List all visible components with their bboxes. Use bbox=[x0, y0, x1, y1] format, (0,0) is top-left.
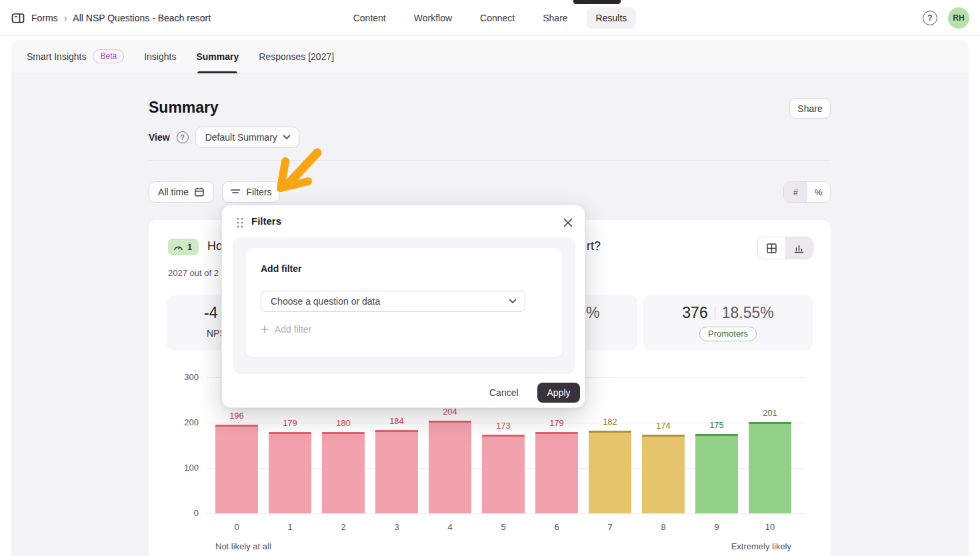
view-label: View bbox=[149, 132, 170, 143]
x-axis-tick-label: 3 bbox=[377, 522, 417, 532]
bar-score-5 bbox=[482, 435, 525, 513]
bar-value-label: 184 bbox=[377, 416, 417, 426]
question-select[interactable]: Choose a question or data bbox=[261, 291, 525, 312]
nav-content[interactable]: Content bbox=[344, 7, 395, 29]
main-nav: Content Workflow Connect Share Results bbox=[0, 0, 980, 36]
section-divider bbox=[149, 160, 831, 161]
x-axis-tick-label: 1 bbox=[270, 522, 310, 532]
axis-label-right: Extremely likely bbox=[658, 541, 791, 551]
x-axis-tick-label: 6 bbox=[537, 522, 577, 532]
bar-score-6 bbox=[535, 432, 578, 513]
chevron-down-icon bbox=[283, 135, 291, 140]
gridline bbox=[207, 513, 805, 514]
chevron-down-icon bbox=[509, 299, 517, 304]
nav-share[interactable]: Share bbox=[533, 7, 577, 29]
tab-responses-label: Responses [2027] bbox=[259, 51, 334, 62]
filter-icon bbox=[230, 187, 241, 197]
tab-smart-insights[interactable]: Smart Insights Beta bbox=[27, 40, 124, 73]
count-toggle[interactable]: # bbox=[784, 182, 807, 202]
modal-title: Filters bbox=[251, 215, 281, 227]
tab-summary-label: Summary bbox=[196, 51, 239, 62]
bar-value-label: 201 bbox=[750, 408, 790, 418]
x-axis-tick-label: 10 bbox=[750, 522, 790, 532]
y-axis-tick-label: 0 bbox=[168, 508, 199, 518]
unit-toggle: # % bbox=[783, 181, 831, 203]
close-icon[interactable] bbox=[559, 213, 577, 232]
plus-icon bbox=[261, 325, 269, 333]
view-help-icon[interactable]: ? bbox=[177, 131, 189, 143]
add-filter-link[interactable]: Add filter bbox=[261, 324, 311, 335]
nav-results[interactable]: Results bbox=[587, 7, 637, 29]
date-range-label: All time bbox=[158, 187, 189, 197]
view-select-value: Default Summary bbox=[205, 132, 277, 143]
tab-summary[interactable]: Summary bbox=[196, 40, 239, 73]
x-axis-tick-label: 4 bbox=[430, 522, 470, 532]
bar-value-label: 179 bbox=[270, 418, 310, 428]
page-title: Summary bbox=[149, 99, 219, 117]
bar-value-label: 174 bbox=[643, 421, 683, 431]
tab-responses[interactable]: Responses [2027] bbox=[259, 40, 334, 73]
nav-workflow[interactable]: Workflow bbox=[405, 7, 461, 29]
bar-score-2 bbox=[322, 432, 365, 513]
apply-button[interactable]: Apply bbox=[537, 383, 580, 403]
results-tabs: Smart Insights Beta Insights Summary Res… bbox=[11, 40, 969, 73]
x-axis-tick-label: 5 bbox=[483, 522, 523, 532]
modal-body: Add filter Choose a question or data Add… bbox=[233, 237, 575, 374]
question-select-placeholder: Choose a question or data bbox=[271, 296, 380, 307]
beta-badge: Beta bbox=[93, 49, 124, 63]
y-axis-tick-label: 300 bbox=[168, 372, 199, 382]
cancel-button[interactable]: Cancel bbox=[489, 387, 519, 398]
bar-value-label: 173 bbox=[483, 421, 523, 431]
topbar-actions: ? RH bbox=[923, 0, 969, 36]
bar-value-label: 179 bbox=[537, 418, 577, 428]
x-axis-tick-label: 8 bbox=[643, 522, 683, 532]
tab-insights[interactable]: Insights bbox=[144, 40, 176, 73]
filters-button[interactable]: Filters bbox=[222, 181, 280, 203]
bar-score-4 bbox=[429, 421, 471, 513]
topbar: Forms › All NSP Questions - Beach resort… bbox=[0, 0, 980, 36]
bar-score-3 bbox=[375, 430, 418, 513]
tab-insights-label: Insights bbox=[144, 51, 176, 62]
bar-score-0 bbox=[215, 425, 258, 513]
add-filter-card: Add filter Choose a question or data Add… bbox=[246, 248, 562, 357]
drag-handle-icon[interactable] bbox=[235, 217, 245, 229]
axis-label-left: Not likely at all bbox=[215, 541, 271, 551]
help-icon[interactable]: ? bbox=[923, 11, 937, 25]
bar-value-label: 180 bbox=[323, 418, 363, 428]
bar-score-1 bbox=[269, 432, 311, 513]
y-axis-tick-label: 200 bbox=[168, 417, 199, 427]
x-axis-tick-label: 7 bbox=[590, 522, 630, 532]
app-window: Forms › All NSP Questions - Beach resort… bbox=[0, 0, 980, 556]
bar-value-label: 204 bbox=[430, 407, 470, 417]
view-row: View ? Default Summary bbox=[149, 127, 299, 148]
add-filter-heading: Add filter bbox=[261, 263, 301, 274]
avatar[interactable]: RH bbox=[948, 7, 969, 29]
tab-smart-insights-label: Smart Insights bbox=[27, 51, 86, 62]
nav-connect[interactable]: Connect bbox=[471, 7, 524, 29]
calendar-icon bbox=[194, 187, 205, 197]
percent-toggle[interactable]: % bbox=[807, 182, 831, 202]
bar-score-10 bbox=[749, 422, 791, 513]
add-filter-link-label: Add filter bbox=[275, 324, 311, 335]
x-axis-tick-label: 0 bbox=[217, 522, 257, 532]
bar-score-8 bbox=[642, 435, 685, 513]
view-select[interactable]: Default Summary bbox=[195, 127, 299, 148]
x-axis-tick-label: 9 bbox=[697, 522, 737, 532]
bar-value-label: 182 bbox=[590, 417, 630, 427]
filters-button-label: Filters bbox=[246, 187, 271, 197]
x-axis-tick-label: 2 bbox=[323, 522, 363, 532]
bar-value-label: 196 bbox=[217, 411, 257, 421]
filters-modal: Filters Add filter Choose a question or … bbox=[221, 205, 585, 408]
bar-score-9 bbox=[695, 434, 738, 513]
date-range-button[interactable]: All time bbox=[149, 181, 214, 203]
bar-score-7 bbox=[589, 431, 631, 513]
share-button[interactable]: Share bbox=[789, 98, 831, 119]
y-axis-tick-label: 100 bbox=[168, 463, 199, 473]
bar-value-label: 175 bbox=[697, 420, 737, 430]
